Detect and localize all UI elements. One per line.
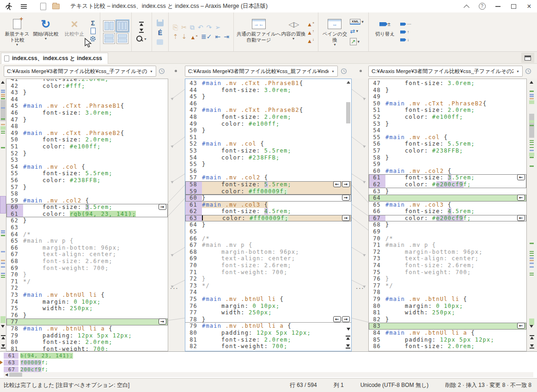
code-line-left-47[interactable]: 47} bbox=[6, 116, 168, 123]
code-line-center-73[interactable]: 73*/ bbox=[185, 282, 351, 289]
code-line-center-66[interactable]: 66/* bbox=[185, 235, 351, 242]
linked-line-63[interactable]: 63f00009f; bbox=[4, 360, 537, 366]
code-line-center-54[interactable]: 54 color: #238FFB; bbox=[185, 154, 351, 161]
splitter-dot[interactable] bbox=[175, 70, 177, 72]
open-folder-icon[interactable] bbox=[50, 1, 62, 12]
overview-mark[interactable] bbox=[529, 100, 534, 104]
code-line-right-73[interactable]: 73 text-align: center; bbox=[369, 255, 526, 262]
right-next-change-icon[interactable] bbox=[530, 325, 533, 328]
code-line-right-51[interactable]: 51 font-size: 2.0rem; bbox=[369, 107, 526, 114]
merge-left-button[interactable]: ← bbox=[517, 195, 525, 201]
code-line-center-43[interactable]: 43#main .mv .cTxt .PhraseB1{ bbox=[185, 80, 351, 87]
code-line-center-47[interactable]: 47#main .mv .cTxt .PhraseB2{ bbox=[185, 107, 351, 114]
overview-mark[interactable] bbox=[530, 257, 534, 259]
code-line-left-42[interactable]: 42 color:#fff; bbox=[6, 83, 168, 90]
overview-mark[interactable] bbox=[530, 144, 534, 145]
pointer-icon[interactable]: ➢ bbox=[215, 24, 220, 31]
code-line-right-70[interactable]: 70/* bbox=[369, 235, 526, 242]
overview-mark[interactable] bbox=[1, 275, 5, 276]
layout-3col-icon[interactable] bbox=[116, 20, 128, 31]
layout-3row-icon[interactable] bbox=[116, 33, 128, 44]
code-line-center-75[interactable]: 75#main .mv .btnUl li { bbox=[185, 296, 351, 303]
merge-left-button[interactable]: ← bbox=[333, 181, 341, 187]
code-line-right-50[interactable]: 50#main .mv .cTxt .PhraseB2{ bbox=[369, 100, 526, 107]
code-line-left-81[interactable]: 81 font-weight: 700; bbox=[6, 346, 168, 351]
save-icon[interactable] bbox=[157, 19, 164, 26]
overview-mark[interactable] bbox=[1, 266, 5, 268]
code-line-right-54[interactable]: 54 bbox=[369, 127, 526, 134]
close-icon[interactable]: × bbox=[521, 0, 537, 12]
merge-right-button[interactable]: → bbox=[159, 318, 166, 325]
code-line-center-58[interactable]: 58 font-size: 5.5rem;←→ bbox=[185, 181, 351, 188]
start-recompare-button[interactable]: ↻ 開始/再比較▼ bbox=[31, 13, 60, 50]
warning-up-icon[interactable]: ▲↑ bbox=[307, 29, 315, 36]
code-line-right-81[interactable]: 81 width: 250px; bbox=[369, 309, 526, 316]
code-line-center-81[interactable]: 81 font-size: 2.0rem; bbox=[185, 337, 351, 343]
undo-icon[interactable]: ↶ bbox=[198, 24, 203, 31]
code-line-right-79[interactable]: 79#main .mv .btnUl li { bbox=[369, 296, 526, 303]
right-first-change-icon[interactable] bbox=[530, 335, 534, 339]
code-line-center-64[interactable]: 64} bbox=[185, 221, 351, 228]
overview-mark[interactable] bbox=[1, 118, 5, 120]
redo-icon[interactable]: ↷ bbox=[207, 24, 212, 31]
code-line-center-50[interactable]: 50} bbox=[185, 127, 351, 134]
overview-mark[interactable] bbox=[0, 126, 6, 130]
code-line-left-46[interactable]: 46 font-size: 3.0rem; bbox=[6, 110, 168, 116]
code-line-right-59[interactable]: 59 bbox=[369, 161, 526, 168]
overview-mark[interactable] bbox=[529, 153, 534, 156]
code-line-center-49[interactable]: 49 color: #e100ff; bbox=[185, 121, 351, 128]
insert-down-icon[interactable]: ⇣ bbox=[182, 33, 187, 40]
left-last-change-icon[interactable] bbox=[1, 344, 6, 349]
overview-mark[interactable] bbox=[530, 98, 534, 99]
right-file-path-input[interactable]: C:¥Araxis Merge¥3者間ファイル比較¥css_子ファイルその2¥i… bbox=[368, 66, 523, 77]
code-line-right-77[interactable]: 77*/ bbox=[369, 282, 526, 289]
layout-2col-icon[interactable] bbox=[103, 20, 115, 31]
code-line-center-52[interactable]: 52#main .mv .col { bbox=[185, 141, 351, 147]
overview-mark[interactable] bbox=[1, 94, 5, 95]
indent-icon[interactable]: ⇥ bbox=[224, 33, 229, 40]
right-overview-strip[interactable] bbox=[529, 79, 535, 351]
code-line-center-71[interactable]: 71 font-weight: 700; bbox=[185, 269, 351, 276]
left-overview-strip[interactable] bbox=[0, 79, 6, 351]
overview-mark[interactable] bbox=[530, 251, 534, 252]
overview-mark[interactable] bbox=[530, 165, 534, 167]
hscroll-thumb[interactable] bbox=[9, 373, 22, 377]
code-line-center-79[interactable]: 79#main .mv .btnUl li a { bbox=[185, 323, 351, 330]
overview-mark[interactable] bbox=[1, 260, 5, 261]
overview-mark[interactable] bbox=[530, 255, 534, 256]
auto-merge-button[interactable]: →← 共通の親ファイルへ自動マージ bbox=[237, 13, 281, 50]
warning-add-icon[interactable]: ▲+ bbox=[307, 20, 315, 27]
merge-left-button[interactable]: ← bbox=[517, 323, 525, 329]
menu-icon[interactable] bbox=[18, 1, 30, 12]
expand-button[interactable]: ↗ ▾ bbox=[350, 38, 363, 45]
code-line-right-69[interactable]: 69 bbox=[369, 228, 526, 235]
code-line-right-56[interactable]: 56 font-size: 5.5rem; bbox=[369, 141, 526, 147]
overview-mark[interactable] bbox=[529, 318, 534, 325]
code-line-center-46[interactable]: 46 bbox=[185, 100, 351, 107]
code-line-right-85[interactable]: 85 padding: 12px 5px 12px; bbox=[369, 337, 526, 343]
code-line-center-62[interactable]: 62 font-size: 4.5rem; bbox=[185, 208, 351, 215]
left-next-change-icon[interactable] bbox=[1, 325, 5, 328]
code-line-center-61[interactable]: 61#main .mv .col3 { bbox=[185, 202, 351, 208]
code-line-left-45[interactable]: 45#main .mv .cTxt .PhraseB1{ bbox=[6, 103, 168, 110]
overview-mark[interactable] bbox=[1, 96, 5, 97]
code-line-left-50[interactable]: 50 font-size: 2.0rem; bbox=[6, 136, 168, 143]
code-line-center-82[interactable]: 82 font-weight: 700; bbox=[185, 343, 351, 350]
overview-mark[interactable] bbox=[1, 273, 5, 274]
code-line-left-71[interactable]: 71*/ bbox=[6, 278, 168, 285]
code-line-right-68[interactable]: 68} bbox=[369, 221, 526, 228]
merge-right-button[interactable]: → bbox=[342, 181, 350, 187]
right-code-pane[interactable]: 47 font-size: 3.0rem;48}4950#main .mv .c… bbox=[368, 79, 527, 351]
code-line-center-55[interactable]: 55} bbox=[185, 161, 351, 168]
code-line-right-67[interactable]: 67 color: #e200cf9f;← bbox=[369, 215, 526, 222]
overview-mark[interactable] bbox=[530, 243, 534, 244]
overview-mark[interactable] bbox=[1, 147, 5, 148]
overview-mark[interactable] bbox=[530, 275, 534, 276]
code-line-left-70[interactable]: 70} bbox=[6, 271, 168, 278]
xml-menu-button[interactable]: XML ▾ bbox=[350, 19, 363, 24]
collapse-ribbon-icon[interactable] bbox=[458, 0, 474, 12]
center-first-change-icon[interactable] bbox=[346, 336, 350, 340]
code-line-center-78[interactable]: 78}←→ bbox=[185, 316, 351, 323]
code-line-right-80[interactable]: 80 margin: 0 10px; bbox=[369, 303, 526, 310]
report-icon[interactable] bbox=[91, 28, 96, 34]
